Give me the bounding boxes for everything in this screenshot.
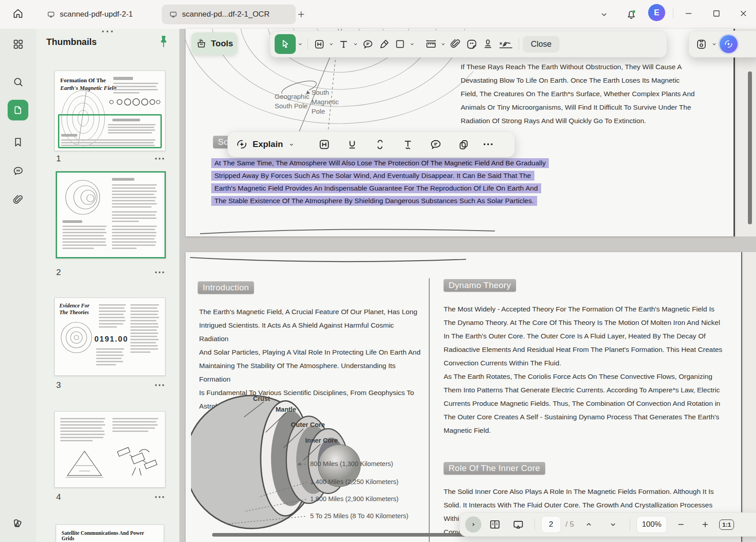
more-options-button[interactable] (479, 135, 497, 153)
window-menu-button[interactable] (594, 4, 614, 24)
stamp-tool-button[interactable] (480, 35, 495, 53)
rail-thumbnails-button-active[interactable] (8, 100, 28, 120)
thumb1-more-icon[interactable] (155, 158, 164, 160)
rail-search-button[interactable] (6, 70, 30, 93)
tab-scanned-pdf[interactable]: scanned-pdf-updf-2-1 (40, 4, 167, 24)
avatar[interactable]: E (648, 4, 665, 21)
thumb4-satellite-sketch (113, 436, 160, 483)
ai-assistant-button[interactable] (720, 35, 738, 53)
thumbnail-page-3[interactable]: Evidence For The Theories 0191.00 (54, 298, 165, 376)
explain-dropdown[interactable] (286, 135, 298, 153)
highlight-tool-button[interactable] (311, 35, 327, 53)
text-tool-button[interactable] (336, 35, 351, 53)
geographic-south-pole-label: Geographic South Pole (275, 92, 310, 111)
page-gap (179, 236, 756, 252)
select-tool-dropdown[interactable] (297, 35, 304, 53)
select-tool-button-active[interactable] (275, 34, 296, 54)
pin-panel-button[interactable] (157, 34, 170, 49)
page1-paragraph[interactable]: If These Rays Reach The Earth Without Ob… (461, 60, 717, 128)
panel-title: Thumbnails (46, 37, 97, 47)
selected-line: Stripped Away By Forces Such As The Sola… (211, 171, 534, 181)
signature-tool-button[interactable] (496, 35, 515, 53)
add-tab-button[interactable] (291, 4, 311, 24)
home-button[interactable] (8, 4, 28, 23)
thumbnail-page-4[interactable] (54, 411, 165, 488)
layer-label-outer-core: Outer Core (291, 421, 325, 428)
search-icon (12, 76, 24, 88)
tools-button[interactable]: Tools (191, 32, 237, 55)
zoom-in-button[interactable] (695, 515, 716, 533)
avatar-letter: E (654, 8, 659, 18)
panel-drag-handle-icon[interactable] (102, 31, 113, 32)
thumb3-more-icon[interactable] (155, 384, 164, 386)
highlight-h-icon (318, 138, 331, 151)
shape-tool-button[interactable] (392, 35, 408, 53)
pdf-page-2[interactable]: Introduction The Earth's Magnetic Field,… (186, 252, 742, 542)
rail-home-grid-button[interactable] (6, 32, 30, 56)
save-dropdown[interactable] (711, 35, 718, 53)
rail-bookmark-button[interactable] (6, 130, 30, 154)
thumbnail-page-2-selected[interactable] (56, 171, 166, 258)
page-total-label: / 5 (565, 520, 574, 529)
page-number-input[interactable]: 2 (541, 516, 561, 533)
strikethrough-selection-button[interactable] (368, 135, 393, 153)
pen-icon (378, 38, 390, 50)
notifications-button[interactable] (621, 4, 641, 24)
thumb2-more-icon[interactable] (155, 271, 164, 273)
dynamo-paragraph[interactable]: The Most Widely - Accepted Theory For Th… (444, 302, 725, 437)
square-shape-icon (394, 38, 406, 50)
actual-size-button[interactable]: 1:1 (719, 520, 734, 530)
rail-comment-button[interactable] (6, 159, 30, 182)
thumb1-visible-region-box[interactable] (58, 114, 162, 148)
copy-selection-button[interactable] (451, 135, 476, 153)
explain-button[interactable]: Explain (235, 138, 283, 151)
rail-swatches-button[interactable] (6, 511, 30, 534)
tab-label: scanned-pdf-updf-2-1 (60, 10, 133, 19)
tab-doc-icon (169, 10, 178, 19)
shape-tool-dropdown[interactable] (409, 35, 416, 53)
minimize-button[interactable] (679, 4, 698, 23)
previous-page-button[interactable] (578, 515, 599, 533)
close-toolbar-button[interactable]: Close (523, 36, 560, 53)
underline-selection-button[interactable] (340, 135, 365, 153)
highlight-tool-dropdown[interactable] (328, 35, 335, 53)
zoom-out-button[interactable] (671, 515, 691, 533)
save-icon (695, 38, 707, 50)
attach-tool-button[interactable] (448, 35, 463, 53)
plus-icon (701, 520, 710, 529)
collapse-bar-button[interactable] (465, 516, 481, 533)
sticker-tool-button[interactable] (464, 35, 479, 53)
selected-text-block[interactable]: At The Same Time, The Atmosphere Will Al… (211, 158, 549, 209)
tab-scanned-pdf-ocr[interactable]: scanned-pd...df-2-1_OCR (162, 4, 296, 24)
squiggly-selection-button[interactable] (396, 135, 421, 153)
scan-artifact-line (199, 228, 496, 235)
titlebar-divider (673, 8, 673, 18)
measurement-mantle: 1,800 Miles (2,900 Kilometers) (310, 495, 399, 502)
close-window-button[interactable] (734, 4, 753, 23)
thumb3-circles-diagram (58, 320, 94, 355)
measure-tool-button[interactable] (423, 35, 439, 53)
comment-selection-button[interactable] (423, 135, 449, 153)
text-tool-dropdown[interactable] (352, 35, 359, 53)
page-layout-button[interactable] (485, 515, 505, 533)
comment-tool-button[interactable] (360, 35, 375, 53)
highlight-selection-button[interactable] (312, 135, 337, 153)
zoom-level-input[interactable]: 100% (636, 516, 667, 533)
save-button[interactable] (694, 35, 709, 53)
thumb1-moon-phases (108, 97, 161, 107)
presentation-mode-button[interactable] (508, 515, 528, 533)
measure-tool-dropdown[interactable] (440, 35, 447, 53)
next-page-button[interactable] (603, 515, 623, 533)
ai-explain-icon (235, 138, 249, 151)
bottom-navigation-bar: 2 / 5 100% 1:1 (459, 512, 756, 537)
thumbnail-page-5[interactable]: Satellite Communications And Power Grids (56, 524, 164, 542)
rail-attachment-button[interactable] (6, 188, 30, 212)
thumb4-more-icon[interactable] (155, 496, 164, 498)
inner-core-heading: Role Of The Inner Core (444, 462, 545, 475)
maximize-button[interactable] (707, 4, 726, 23)
measurement-inner-core: 800 Miles (1,300 Kilometers) (310, 460, 393, 467)
pen-tool-button[interactable] (376, 35, 391, 53)
main-toolbar: Close (270, 31, 667, 58)
thumbnail-page-1[interactable]: Formation Of The Earth's Magnetic Field (54, 71, 165, 151)
vertical-scrollbar[interactable] (748, 71, 752, 224)
